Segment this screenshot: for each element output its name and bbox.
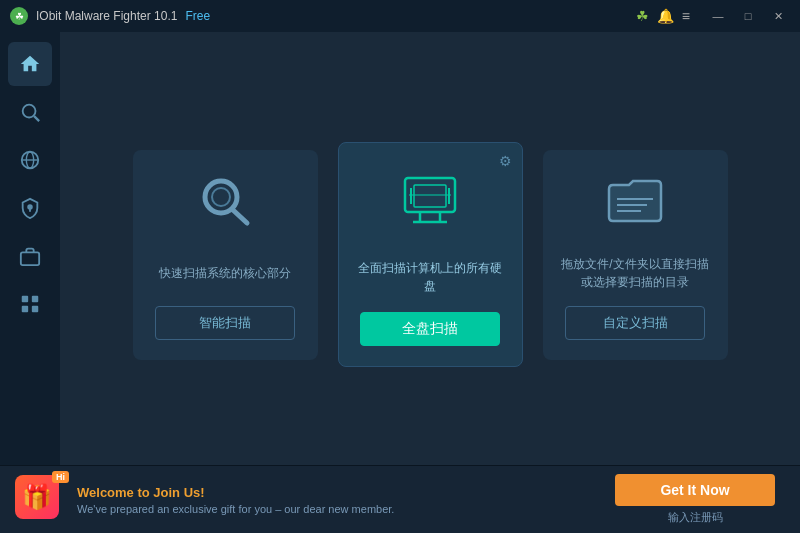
main-layout: 快速扫描系统的核心部分 智能扫描 ⚙: [0, 32, 800, 533]
custom-scan-icon: [600, 170, 670, 230]
full-scan-desc: 全面扫描计算机上的所有硬盘: [354, 241, 507, 312]
apps-icon: [19, 293, 41, 315]
globe-icon: [19, 149, 41, 171]
svg-rect-11: [32, 306, 38, 312]
sidebar-item-tools[interactable]: [8, 234, 52, 278]
svg-line-1: [34, 116, 39, 121]
close-button[interactable]: ✕: [766, 7, 790, 25]
custom-scan-desc: 拖放文件/文件夹以直接扫描或选择要扫描的目录: [558, 240, 713, 306]
svg-rect-7: [21, 252, 39, 265]
clover-icon[interactable]: ☘: [636, 8, 649, 24]
content-area: 快速扫描系统的核心部分 智能扫描 ⚙: [60, 32, 800, 533]
full-scan-card[interactable]: ⚙ 全面扫描计算机上的所有硬盘: [338, 142, 523, 367]
promo-actions: Get It Now 输入注册码: [615, 474, 775, 525]
custom-scan-button[interactable]: 自定义扫描: [565, 306, 705, 340]
settings-icon[interactable]: ⚙: [499, 153, 512, 169]
smart-scan-button[interactable]: 智能扫描: [155, 306, 295, 340]
promo-bar: 🎁 Hi Welcome to Join Us! We've prepared …: [0, 465, 800, 533]
promo-text: Welcome to Join Us! We've prepared an ex…: [77, 485, 615, 515]
briefcase-icon: [19, 245, 41, 267]
hi-badge: Hi: [52, 471, 69, 483]
app-name: IObit Malware Fighter 10.1: [36, 9, 177, 23]
home-icon: [19, 53, 41, 75]
app-icon: ☘: [10, 7, 28, 25]
shield-icon: [19, 197, 41, 219]
promo-gift: 🎁 Hi: [15, 475, 65, 525]
title-icon-group: ☘ 🔔 ≡: [636, 8, 690, 24]
svg-point-13: [212, 188, 230, 206]
sidebar-item-scan[interactable]: [8, 90, 52, 134]
scan-cards: 快速扫描系统的核心部分 智能扫描 ⚙: [90, 52, 770, 477]
full-scan-button[interactable]: 全盘扫描: [360, 312, 500, 346]
title-bar-left: ☘ IObit Malware Fighter 10.1 Free: [10, 7, 210, 25]
promo-subtitle: We've prepared an exclusive gift for you…: [77, 503, 615, 515]
smart-scan-card[interactable]: 快速扫描系统的核心部分 智能扫描: [133, 150, 318, 360]
scan-icon: [19, 101, 41, 123]
bell-icon[interactable]: 🔔: [657, 8, 674, 24]
promo-title: Welcome to Join Us!: [77, 485, 615, 500]
svg-point-0: [23, 105, 36, 118]
smart-scan-icon: [190, 170, 260, 230]
menu-icon[interactable]: ≡: [682, 8, 690, 24]
svg-line-14: [233, 210, 247, 223]
maximize-button[interactable]: □: [736, 7, 760, 25]
sidebar-item-home[interactable]: [8, 42, 52, 86]
folder-icon: [603, 173, 667, 227]
sidebar-item-protection[interactable]: [8, 138, 52, 182]
title-bar: ☘ IObit Malware Fighter 10.1 Free ☘ 🔔 ≡ …: [0, 0, 800, 32]
full-scan-icon: [395, 171, 465, 231]
title-bar-right: ☘ 🔔 ≡ — □ ✕: [636, 7, 790, 25]
svg-rect-9: [32, 296, 38, 302]
sidebar: [0, 32, 60, 533]
get-it-now-button[interactable]: Get It Now: [615, 474, 775, 506]
svg-rect-8: [22, 296, 28, 302]
sidebar-item-shield[interactable]: [8, 186, 52, 230]
svg-rect-21: [414, 185, 446, 207]
smart-scan-desc: 快速扫描系统的核心部分: [159, 240, 291, 306]
magnifier-icon: [193, 173, 257, 227]
sidebar-item-apps[interactable]: [8, 282, 52, 326]
register-link[interactable]: 输入注册码: [615, 510, 775, 525]
svg-point-5: [28, 205, 32, 209]
minimize-button[interactable]: —: [706, 7, 730, 25]
custom-scan-card[interactable]: 拖放文件/文件夹以直接扫描或选择要扫描的目录 自定义扫描: [543, 150, 728, 360]
svg-rect-10: [22, 306, 28, 312]
app-badge: Free: [185, 9, 210, 23]
monitor-scan-icon: [395, 172, 465, 230]
